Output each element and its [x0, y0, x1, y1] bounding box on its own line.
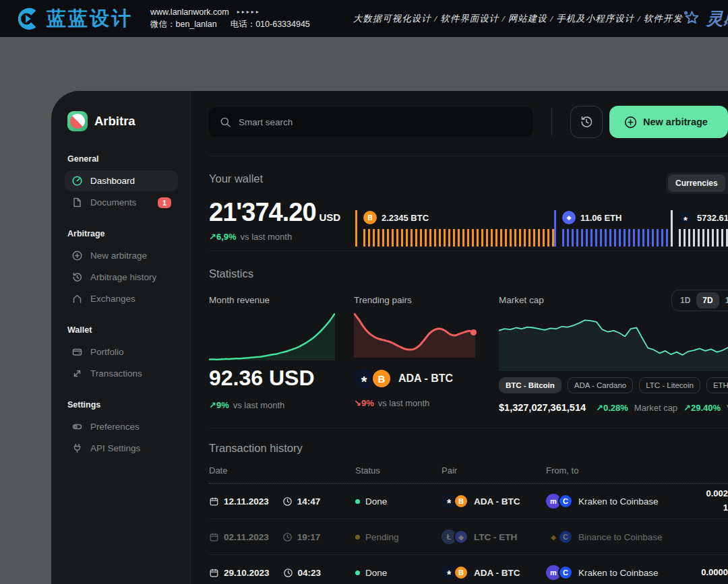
transfer-arrows-icon	[71, 368, 83, 379]
sidebar-item-api-settings[interactable]: API Settings	[65, 438, 178, 459]
col-pair: Pair	[442, 465, 546, 476]
eth-coin-icon: ◆	[562, 211, 576, 224]
month-revenue-value: 92.36 USD	[209, 366, 335, 391]
sidebar-item-label: Documents	[90, 197, 136, 207]
tab-exchanges[interactable]: Exchanges	[725, 174, 728, 192]
tag-btc[interactable]: BTC - Bitcoin	[499, 377, 562, 393]
new-arbitrage-label: New arbitrage	[643, 117, 708, 127]
tx-date: 29.10.2023	[224, 568, 270, 578]
sidebar-item-new-arbitrage[interactable]: New arbitrage	[65, 245, 178, 266]
tab-currencies[interactable]: Currencies	[668, 174, 725, 192]
sidebar-item-portfolio[interactable]: Portfolio	[65, 342, 178, 362]
wallet-title: Your wallet	[209, 172, 263, 185]
document-icon	[71, 197, 83, 208]
app-logo[interactable]: Arbitra	[67, 111, 175, 131]
table-row[interactable]: 12.11.2023 14:47 Done * B ADA - BTC m C …	[209, 484, 728, 519]
statistics-title: Statistics	[209, 267, 728, 280]
sidebar-item-exchanges[interactable]: Exchanges	[65, 288, 178, 309]
sidebar-item-label: Dashboard	[90, 176, 135, 186]
chart-end-dot	[471, 329, 477, 335]
search-input[interactable]	[239, 117, 522, 127]
eth-coin-icon: ◆	[454, 529, 468, 544]
status-dot-pending	[355, 535, 360, 540]
tx-amount: 0.0021	[674, 487, 728, 515]
month-revenue-label: Month revenue	[209, 295, 335, 305]
lanlan-logo[interactable]: 蓝蓝设计	[15, 5, 133, 32]
ada-amount: 5732.61 ADA	[697, 213, 728, 223]
sidebar-item-dashboard[interactable]: Dashboard	[65, 170, 178, 191]
btc-coin-icon: B	[454, 494, 468, 509]
tx-pair: ADA - BTC	[474, 496, 520, 507]
col-status: Status	[355, 465, 442, 476]
calendar-icon	[209, 496, 219, 507]
trending-change: 9%	[361, 398, 374, 408]
table-row[interactable]: 02.11.2023 19:17 Pending Ł ◆ LTC - ETH ◆…	[209, 519, 728, 555]
trending-pair[interactable]: * B ADA - BTC	[354, 368, 475, 389]
history-clock-icon	[71, 271, 83, 283]
new-arbitrage-button[interactable]: New arbitrage	[609, 106, 728, 138]
coinbase-icon: C	[558, 529, 573, 544]
sidebar-section-arbitrage: Arbitrage	[67, 229, 175, 238]
collect-label: 灵感收集	[706, 7, 728, 30]
plus-circle-icon	[71, 250, 83, 261]
arch-building-icon	[71, 293, 83, 304]
ada-segment[interactable]: * 5732.61 ADA	[671, 210, 728, 247]
tag-ltc[interactable]: LTC - Litecoin	[639, 377, 700, 393]
range-7d[interactable]: 7D	[696, 292, 719, 309]
coinbase-icon: C	[558, 494, 573, 509]
inspiration-collect-link[interactable]: 灵感收集	[683, 7, 728, 30]
sidebar-item-documents[interactable]: Documents 1	[65, 192, 178, 213]
sidebar-section-settings: Settings	[67, 400, 175, 410]
sidebar-item-preferences[interactable]: Preferences	[65, 416, 178, 437]
dashboard-gauge-icon	[71, 175, 83, 187]
plus-circle-icon	[624, 116, 637, 129]
wallet-view-tabs: Currencies Exchanges	[666, 172, 728, 194]
tx-status: Pending	[365, 532, 399, 542]
wallet-row: 21'374.20USD ↗6,9%vs last month B 2.2345…	[209, 198, 728, 247]
btc-segment[interactable]: B 2.2345 BTC	[355, 210, 554, 247]
trending-pairs-label: Trending pairs	[354, 295, 475, 305]
website-url[interactable]: www.lanlanwork.com	[150, 7, 229, 17]
volume-change: 29.40%	[691, 403, 721, 413]
sidebar-item-transactions[interactable]: Transactions	[65, 363, 178, 384]
market-cap-change: 0.28%	[603, 403, 628, 413]
coinbase-icon: C	[558, 565, 573, 580]
toggle-icon	[71, 421, 83, 432]
trending-change-note: vs last month	[378, 398, 430, 408]
sidebar-item-arbitrage-history[interactable]: Arbitrage history	[65, 267, 178, 288]
range-1m[interactable]: 1M	[719, 292, 728, 309]
tx-date: 02.11.2023	[224, 532, 269, 542]
search-box[interactable]	[209, 107, 533, 137]
arbitra-logo-icon	[67, 111, 88, 131]
tx-route: Kraken to Coinbase	[578, 496, 659, 507]
btc-ticks	[363, 229, 554, 247]
wallet-icon	[71, 346, 83, 358]
col-date: Date	[209, 465, 355, 476]
tx-route: Binance to Coinbase	[578, 532, 663, 542]
market-cap-chart	[499, 313, 728, 371]
topbar: New arbitrage	[209, 106, 728, 138]
sidebar-section-wallet: Wallet	[67, 325, 175, 335]
history-button[interactable]	[570, 106, 603, 138]
trending-pair-name: ADA - BTC	[398, 372, 453, 385]
range-1d[interactable]: 1D	[674, 292, 696, 309]
tag-ada[interactable]: ADA - Cardano	[568, 377, 633, 393]
calendar-icon	[209, 568, 219, 578]
eth-segment[interactable]: ◆ 11.06 ETH	[554, 210, 671, 247]
tx-date: 12.11.2023	[224, 496, 269, 507]
tx-route: Kraken to Coinbase	[578, 568, 659, 578]
sidebar: Arbitra General Dashboard Documents 1 Ar…	[51, 91, 191, 584]
transaction-history-title: Transaction history	[209, 442, 728, 455]
search-icon	[220, 117, 231, 128]
sidebar-item-label: Arbitrage history	[90, 272, 156, 282]
lanlan-logo-icon	[15, 6, 40, 32]
topbar-divider	[551, 108, 552, 136]
market-cap-change-label: Market cap	[634, 403, 677, 413]
month-revenue-card: Month revenue 92.36 USD ↗9%vs last month	[209, 295, 335, 410]
eth-ticks	[562, 229, 671, 247]
table-row[interactable]: 29.10.2023 04:23 Done * B ADA - BTC m C …	[209, 555, 728, 584]
wallet-allocation-bar: B 2.2345 BTC ◆ 11.06 ETH	[355, 210, 728, 247]
sidebar-item-label: Transactions	[90, 368, 142, 379]
tag-eth[interactable]: ETH - Ethereum	[706, 377, 728, 393]
sidebar-item-label: Preferences	[90, 422, 140, 432]
